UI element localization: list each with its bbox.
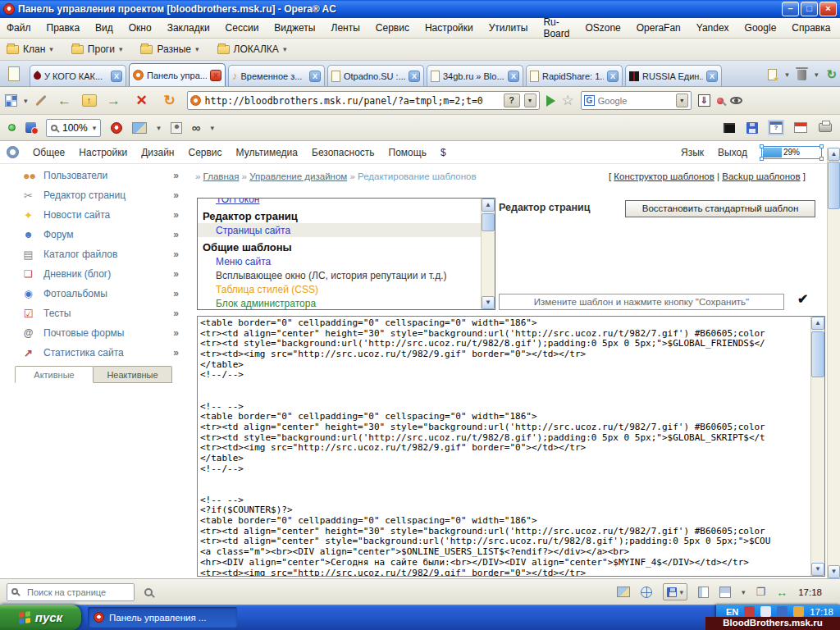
window-grid-icon[interactable] xyxy=(5,94,17,107)
menu-google[interactable]: Google xyxy=(745,22,777,34)
menu-oszone[interactable]: OSzone xyxy=(585,22,620,34)
language-indicator[interactable]: EN xyxy=(726,607,738,617)
tray-icon-white[interactable] xyxy=(760,606,771,617)
back-button[interactable]: ← xyxy=(54,93,75,109)
panel-logout-link[interactable]: Выход xyxy=(718,147,747,158)
scroll-up-icon[interactable]: ▲ xyxy=(482,199,495,212)
panel-language-link[interactable]: Язык xyxy=(681,147,704,158)
menu-bookmarks[interactable]: Закладки xyxy=(167,22,210,34)
address-dropdown-button[interactable]: ▾ xyxy=(524,94,536,107)
menu-operafan[interactable]: OperaFan xyxy=(637,22,681,34)
list-item-admin-block[interactable]: Блок администратора xyxy=(198,296,481,310)
start-button[interactable]: пуск xyxy=(0,605,81,630)
tab-active-modules[interactable]: Активные xyxy=(15,366,94,383)
sidebar-item-site-stats[interactable]: Статистика сайта» xyxy=(0,343,190,363)
taskbar-task-opera[interactable]: Панель управления ... xyxy=(88,607,237,628)
template-backup-link[interactable]: Backup шаблонов xyxy=(722,171,800,181)
panel-menu-security[interactable]: Безопасность xyxy=(312,147,375,158)
chevron-down-icon[interactable]: ▾ xyxy=(157,124,161,132)
menu-widgets[interactable]: Виджеты xyxy=(274,22,315,34)
bookmark-folder-raznye[interactable]: Разные▾ xyxy=(140,43,199,55)
search-engine-dropdown[interactable]: ▾ xyxy=(676,94,688,107)
list-item-clipped[interactable]: ТОП окон xyxy=(198,198,481,206)
globe-icon[interactable] xyxy=(641,587,652,598)
download-icon[interactable]: ⇓ xyxy=(698,94,710,107)
tile-windows-icon[interactable] xyxy=(719,587,731,598)
tab-u-kogo-kak[interactable]: У КОГО КАК... X xyxy=(30,65,126,86)
image-icon[interactable] xyxy=(617,587,630,597)
tab-close-icon[interactable]: X xyxy=(607,71,619,82)
code-scrollbar[interactable]: ▲ ▼ xyxy=(810,317,824,576)
list-scrollbar[interactable]: ▲ ▼ xyxy=(481,199,495,309)
menu-settings[interactable]: Настройки xyxy=(425,22,473,34)
panel-menu-settings[interactable]: Настройки xyxy=(79,147,127,158)
template-list[interactable]: ТОП окон Редактор страниц Страницы сайта… xyxy=(197,198,495,310)
sidebar-item-photo-albums[interactable]: Фотоальбомы» xyxy=(0,284,190,304)
maximize-button[interactable]: □ xyxy=(801,2,818,16)
trash-icon[interactable] xyxy=(797,70,806,80)
menu-sessions[interactable]: Сессии xyxy=(226,22,259,34)
tab-close-icon[interactable]: X xyxy=(111,71,122,82)
scroll-up-icon[interactable]: ▲ xyxy=(811,317,824,330)
panel-menu-design[interactable]: Дизайн xyxy=(141,147,174,158)
scroll-thumb[interactable] xyxy=(482,213,495,231)
scroll-thumb[interactable] xyxy=(811,331,824,377)
page-scrollbar[interactable]: ▲ ▼ xyxy=(827,148,840,578)
sidebar-item-blog[interactable]: Дневник (блог)» xyxy=(0,264,190,284)
sidebar-item-file-catalog[interactable]: Каталог файлов» xyxy=(0,244,190,264)
address-field[interactable]: ? ▾ xyxy=(187,91,540,110)
style-window-icon[interactable] xyxy=(794,122,807,133)
menu-yandex[interactable]: Yandex xyxy=(696,22,729,34)
search-field[interactable]: G ▾ xyxy=(581,91,692,110)
forward-button[interactable]: → xyxy=(103,93,125,109)
tab-close-icon[interactable]: X xyxy=(706,71,718,82)
menu-help[interactable]: Справка xyxy=(792,22,830,34)
sidebar-item-mail-forms[interactable]: Почтовые формы» xyxy=(0,323,190,343)
chevron-down-icon[interactable]: ▾ xyxy=(24,97,28,105)
tab-close-icon[interactable]: X xyxy=(309,71,321,82)
tab-close-icon[interactable]: X xyxy=(508,71,519,82)
tray-icon-red[interactable] xyxy=(744,606,755,617)
bookmark-folder-klan[interactable]: Клан▾ xyxy=(7,43,53,55)
bookmark-folder-lokalka[interactable]: ЛОКАЛКА▾ xyxy=(217,43,287,55)
pages-copy-icon[interactable]: ❐ xyxy=(756,586,766,598)
menu-edit[interactable]: Правка xyxy=(47,22,80,34)
menu-tools[interactable]: Сервис xyxy=(376,22,409,34)
images-toggle-icon[interactable] xyxy=(132,122,147,134)
scroll-up-icon[interactable]: ▲ xyxy=(828,148,840,161)
tab-panel-upravleniya[interactable]: Панель упра... X xyxy=(129,63,226,86)
panel-menu-common[interactable]: Общее xyxy=(33,147,65,158)
breadcrumb-home-link[interactable]: Главная xyxy=(203,171,240,181)
help-query-button[interactable]: ? xyxy=(504,94,520,107)
list-item-css[interactable]: Таблица стилей (CSS) xyxy=(198,282,481,296)
sidebar-item-tests[interactable]: Тесты» xyxy=(0,304,190,323)
eye-icon[interactable] xyxy=(730,97,742,104)
tray-icon-orange[interactable] xyxy=(793,606,804,617)
help-window-icon[interactable]: ? xyxy=(769,121,783,134)
reload-button[interactable]: ↻ xyxy=(159,92,180,109)
go-button[interactable] xyxy=(546,95,555,107)
url-input[interactable] xyxy=(205,95,500,107)
find-input[interactable] xyxy=(7,583,135,601)
template-builder-link[interactable]: Конструктор шаблонов xyxy=(614,171,714,181)
find-on-page-field[interactable] xyxy=(7,583,135,601)
stop-button[interactable]: ✕ xyxy=(131,92,153,109)
checkmark-icon[interactable]: ✔ xyxy=(797,291,808,307)
restore-default-template-button[interactable]: Восстановить стандартный шаблон xyxy=(625,200,815,217)
template-code-textarea[interactable]: <table border="0" cellpadding="0" cellsp… xyxy=(197,316,825,577)
chevron-down-icon[interactable]: ▾ xyxy=(815,71,819,79)
save-page-icon[interactable] xyxy=(746,122,758,134)
fit-width-icon[interactable]: ↔ xyxy=(776,586,788,599)
menu-window[interactable]: Окно xyxy=(129,22,152,34)
save-split-button[interactable]: ▾ xyxy=(663,583,688,600)
history-sync-icon[interactable]: ↻ xyxy=(826,67,837,82)
panel-menu-dollar[interactable]: $ xyxy=(441,147,446,158)
sidebar-item-forum[interactable]: Форум» xyxy=(0,225,190,244)
sidebar-item-users[interactable]: Пользователи» xyxy=(0,166,190,185)
view-mode-glasses-icon[interactable]: ∞ xyxy=(192,121,201,135)
chevron-down-icon[interactable]: ▾ xyxy=(742,588,746,596)
search-button-icon[interactable] xyxy=(144,588,153,596)
scroll-down-icon[interactable]: ▼ xyxy=(482,296,495,309)
web-search-input[interactable] xyxy=(598,96,673,106)
scroll-down-icon[interactable]: ▼ xyxy=(828,565,840,578)
